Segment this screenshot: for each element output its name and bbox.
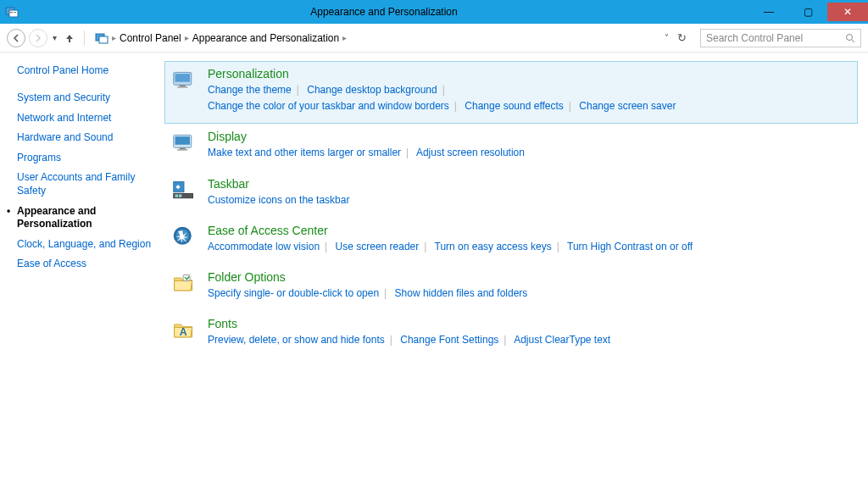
up-button[interactable] <box>62 29 77 47</box>
sidebar: Control Panel Home System and Security N… <box>0 53 161 488</box>
section-title[interactable]: Fonts <box>208 317 850 330</box>
window-buttons: — ▢ ✕ <box>749 3 868 21</box>
section-links: Accommodate low vision| Use screen reade… <box>208 239 850 255</box>
svg-rect-14 <box>180 148 186 150</box>
link-cleartype[interactable]: Adjust ClearType text <box>514 334 610 346</box>
sidebar-item-appearance-personalization[interactable]: Appearance and Personalization <box>17 205 153 231</box>
section-title[interactable]: Ease of Access Center <box>208 224 850 237</box>
breadcrumb[interactable]: ▸ Control Panel ▸ Appearance and Persona… <box>92 31 661 45</box>
window-title: Appearance and Personalization <box>19 6 749 18</box>
breadcrumb-separator[interactable]: ▸ <box>112 33 116 42</box>
link-hidden-files[interactable]: Show hidden files and folders <box>395 287 528 299</box>
svg-rect-11 <box>177 86 187 88</box>
recent-locations-dropdown[interactable]: ▾ <box>53 33 57 42</box>
folder-options-icon <box>172 272 196 296</box>
link-change-desktop-background[interactable]: Change desktop background <box>307 84 437 96</box>
link-customize-taskbar-icons[interactable]: Customize icons on the taskbar <box>208 194 349 206</box>
section-links: Customize icons on the taskbar <box>208 192 850 208</box>
refresh-button[interactable]: ↻ <box>677 31 687 44</box>
link-change-font-settings[interactable]: Change Font Settings <box>400 334 498 346</box>
close-button[interactable]: ✕ <box>827 3 868 21</box>
sidebar-item-ease-of-access[interactable]: Ease of Access <box>17 258 153 271</box>
svg-rect-18 <box>175 194 179 197</box>
window-app-icon <box>5 5 19 19</box>
taskbar-icon <box>172 179 196 202</box>
personalization-icon <box>172 69 196 92</box>
section-title[interactable]: Taskbar <box>208 177 850 191</box>
section-links: Preview, delete, or show and hide fonts|… <box>208 332 850 348</box>
fonts-icon: A <box>172 319 196 342</box>
minimize-button[interactable]: — <box>749 3 788 21</box>
link-text-size[interactable]: Make text and other items larger or smal… <box>208 147 401 158</box>
link-change-sound-effects[interactable]: Change sound effects <box>465 100 564 112</box>
section-title[interactable]: Folder Options <box>208 270 850 284</box>
link-change-taskbar-color[interactable]: Change the color of your taskbar and win… <box>208 100 449 112</box>
link-change-screen-saver[interactable]: Change screen saver <box>579 100 676 112</box>
sidebar-item-system-security[interactable]: System and Security <box>17 92 153 105</box>
section-taskbar: Taskbar Customize icons on the taskbar <box>164 171 858 218</box>
section-links: Specify single- or double-click to open|… <box>208 286 850 302</box>
svg-rect-1 <box>9 10 18 17</box>
main-content: Personalization Change the theme| Change… <box>161 53 868 488</box>
section-title[interactable]: Personalization <box>208 67 850 80</box>
section-links: Make text and other items larger or smal… <box>208 145 850 161</box>
search-input[interactable]: Search Control Panel <box>700 29 861 47</box>
section-display: Display Make text and other items larger… <box>164 124 858 170</box>
back-button[interactable] <box>7 29 25 47</box>
link-use-screen-reader[interactable]: Use screen reader <box>336 241 420 252</box>
section-personalization[interactable]: Personalization Change the theme| Change… <box>164 61 858 124</box>
control-panel-home-link[interactable]: Control Panel Home <box>17 64 153 76</box>
svg-rect-5 <box>99 36 108 43</box>
svg-rect-19 <box>179 194 182 197</box>
sidebar-item-clock-language-region[interactable]: Clock, Language, and Region <box>17 238 153 252</box>
svg-rect-2 <box>10 12 13 13</box>
link-click-to-open[interactable]: Specify single- or double-click to open <box>208 287 379 299</box>
link-easy-access-keys[interactable]: Turn on easy access keys <box>435 241 552 252</box>
section-fonts: A Fonts Preview, delete, or show and hid… <box>164 311 858 358</box>
breadcrumb-current[interactable]: Appearance and Personalization <box>192 32 339 44</box>
search-placeholder: Search Control Panel <box>706 32 803 44</box>
maximize-button[interactable]: ▢ <box>788 3 827 21</box>
search-icon <box>845 33 855 43</box>
breadcrumb-separator[interactable]: ▸ <box>185 33 189 42</box>
sidebar-item-hardware-sound[interactable]: Hardware and Sound <box>17 131 153 145</box>
breadcrumb-separator[interactable]: ▸ <box>342 33 347 42</box>
toolbar-divider <box>84 30 85 46</box>
svg-rect-10 <box>180 85 186 86</box>
svg-rect-9 <box>175 74 191 82</box>
address-toolbar: ▾ ▸ Control Panel ▸ Appearance and Perso… <box>0 24 868 53</box>
link-change-theme[interactable]: Change the theme <box>208 84 292 96</box>
display-icon <box>172 131 196 155</box>
section-title[interactable]: Display <box>208 130 850 143</box>
forward-button[interactable] <box>29 29 47 47</box>
sidebar-item-user-accounts[interactable]: User Accounts and Family Safety <box>17 171 153 197</box>
ease-of-access-icon <box>172 225 196 249</box>
svg-rect-13 <box>175 137 191 146</box>
section-links: Change the theme| Change desktop backgro… <box>208 82 850 114</box>
svg-text:A: A <box>180 326 187 338</box>
address-dropdown[interactable]: ˅ <box>665 33 669 42</box>
link-accommodate-low-vision[interactable]: Accommodate low vision <box>208 241 320 252</box>
section-ease-of-access: Ease of Access Center Accommodate low vi… <box>164 218 858 264</box>
breadcrumb-root[interactable]: Control Panel <box>120 32 181 44</box>
address-right-controls: ˅ ↻ <box>665 31 687 44</box>
sidebar-item-programs[interactable]: Programs <box>17 152 153 165</box>
svg-rect-3 <box>14 12 16 13</box>
window-titlebar: Appearance and Personalization — ▢ ✕ <box>0 0 868 24</box>
svg-point-6 <box>847 34 853 40</box>
link-screen-resolution[interactable]: Adjust screen resolution <box>416 147 525 158</box>
svg-rect-15 <box>177 149 187 151</box>
content-body: Control Panel Home System and Security N… <box>0 53 868 488</box>
location-icon <box>95 31 108 45</box>
section-folder-options: Folder Options Specify single- or double… <box>164 264 858 311</box>
svg-line-7 <box>852 40 854 42</box>
link-preview-fonts[interactable]: Preview, delete, or show and hide fonts <box>208 334 385 346</box>
link-high-contrast[interactable]: Turn High Contrast on or off <box>567 241 693 252</box>
sidebar-item-network-internet[interactable]: Network and Internet <box>17 112 153 125</box>
svg-rect-22 <box>183 274 190 280</box>
